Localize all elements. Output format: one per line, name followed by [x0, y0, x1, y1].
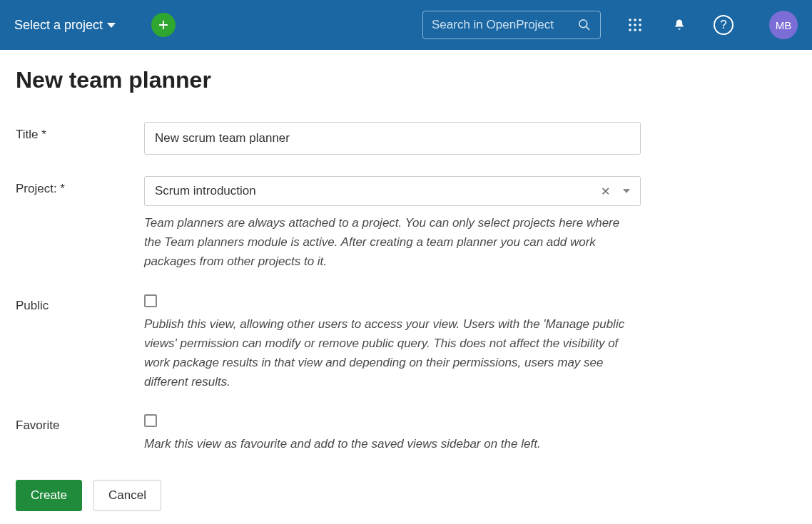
project-label: Project: *: [16, 176, 144, 196]
svg-point-7: [639, 24, 641, 26]
svg-point-9: [634, 29, 636, 31]
help-icon: ?: [714, 15, 734, 35]
favorite-checkbox[interactable]: [144, 414, 157, 427]
favorite-help: Mark this view as favourite and add to t…: [144, 434, 629, 453]
search-icon: [577, 18, 592, 32]
title-input[interactable]: [144, 122, 641, 155]
topbar: Select a project Search in OpenProject ?…: [0, 0, 812, 50]
page-title: New team planner: [16, 67, 641, 93]
svg-point-6: [634, 24, 636, 26]
public-label: Public: [16, 293, 144, 313]
svg-point-3: [634, 19, 636, 21]
modules-button[interactable]: [625, 15, 645, 35]
svg-point-8: [629, 29, 631, 31]
project-row: Project: * Scrum introduction ✕ Team pla…: [16, 176, 641, 272]
svg-line-1: [587, 27, 589, 30]
chevron-down-icon: [623, 189, 630, 193]
project-select[interactable]: Scrum introduction ✕: [144, 176, 641, 206]
bell-icon: [672, 18, 686, 32]
avatar[interactable]: MB: [769, 11, 798, 39]
svg-point-10: [639, 29, 641, 31]
public-checkbox[interactable]: [144, 294, 157, 307]
search-input[interactable]: Search in OpenProject: [422, 11, 601, 39]
form-actions: Create Cancel: [16, 480, 641, 511]
caret-down-icon: [107, 23, 116, 28]
add-button[interactable]: [151, 13, 176, 37]
project-value: Scrum introduction: [155, 184, 592, 198]
public-help: Publish this view, allowing other users …: [144, 314, 629, 392]
public-row: Public Publish this view, allowing other…: [16, 293, 641, 392]
content: New team planner Title * Project: * Scru…: [0, 50, 656, 524]
search-placeholder: Search in OpenProject: [432, 18, 572, 32]
title-row: Title *: [16, 122, 641, 155]
clear-icon[interactable]: ✕: [598, 185, 613, 198]
svg-point-4: [639, 19, 641, 21]
grid-icon: [628, 18, 642, 32]
svg-point-5: [629, 24, 631, 26]
project-selector[interactable]: Select a project: [14, 18, 116, 33]
notifications-button[interactable]: [669, 15, 689, 35]
plus-icon: [157, 19, 170, 31]
help-button[interactable]: ?: [714, 15, 734, 35]
cancel-button[interactable]: Cancel: [93, 480, 161, 511]
project-selector-label: Select a project: [14, 18, 103, 33]
title-label: Title *: [16, 122, 144, 142]
favorite-row: Favorite Mark this view as favourite and…: [16, 413, 641, 453]
svg-point-2: [629, 19, 631, 21]
create-button[interactable]: Create: [16, 480, 82, 511]
project-help: Team planners are always attached to a p…: [144, 213, 629, 272]
avatar-initials: MB: [776, 19, 792, 31]
favorite-label: Favorite: [16, 413, 144, 433]
